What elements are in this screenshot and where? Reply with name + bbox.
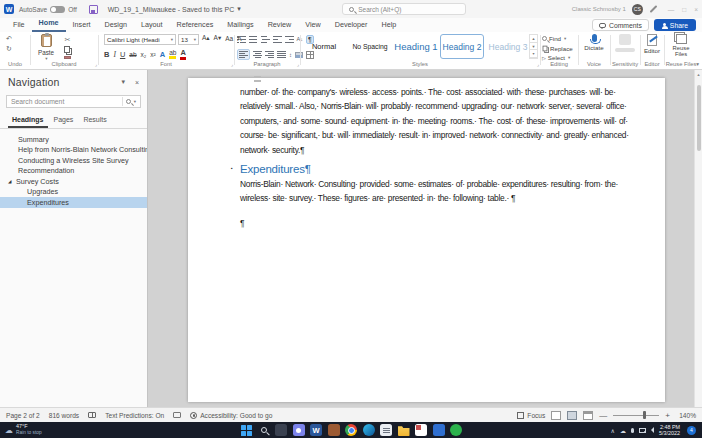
- document-page[interactable]: number· of· the· company's· wireless· ac…: [188, 78, 665, 402]
- autosave-switch-icon[interactable]: [50, 6, 65, 13]
- hide-whitespace-icon[interactable]: [254, 76, 261, 82]
- taskbar-chrome[interactable]: [345, 424, 357, 436]
- tab-home[interactable]: Home: [32, 16, 66, 32]
- taskbar-app-brown[interactable]: [328, 424, 340, 436]
- select-button[interactable]: ▷Select▾: [542, 54, 573, 61]
- styles-dialog-launcher[interactable]: ⌟: [537, 61, 539, 67]
- document-line[interactable]: network· security.¶: [240, 143, 612, 157]
- style-heading-2-selected[interactable]: Heading 2: [440, 34, 484, 59]
- draw-pen-icon[interactable]: [649, 5, 657, 13]
- justify-button[interactable]: [277, 51, 286, 58]
- volume-icon[interactable]: [651, 427, 654, 433]
- close-button[interactable]: ×: [694, 6, 698, 13]
- word-count[interactable]: 816 words: [49, 412, 79, 419]
- styles-scroll-up[interactable]: ▲: [530, 35, 537, 43]
- subscript-button[interactable]: x₂: [141, 51, 147, 58]
- zoom-level[interactable]: 140%: [676, 412, 696, 419]
- paragraph-dialog-launcher[interactable]: ⌟: [297, 61, 299, 67]
- microphone-tray-icon[interactable]: [631, 428, 634, 433]
- zoom-in-button[interactable]: +: [665, 411, 670, 420]
- web-layout-button[interactable]: [583, 411, 593, 420]
- undo-button[interactable]: ↶: [6, 35, 12, 42]
- save-icon[interactable]: [89, 5, 98, 14]
- document-title[interactable]: WD_19_1_Milwaukee - Saved to this PC ▾: [108, 5, 241, 13]
- zoom-slider-thumb[interactable]: [643, 411, 646, 419]
- weather-widget[interactable]: ☁ 47°F Rain to stop: [0, 424, 120, 435]
- nav-item-expenditures[interactable]: Expenditures: [0, 197, 147, 208]
- nav-tab-headings[interactable]: Headings: [8, 114, 48, 128]
- format-painter-button[interactable]: [64, 56, 71, 59]
- share-button[interactable]: Share: [654, 19, 696, 31]
- taskbar-teams[interactable]: [293, 424, 305, 436]
- collapse-ribbon-icon[interactable]: ▾: [696, 61, 699, 67]
- navigation-close-icon[interactable]: ×: [135, 79, 139, 86]
- document-line[interactable]: wireless· site· survey.· These· figures·…: [240, 191, 612, 205]
- find-button[interactable]: Find▾: [542, 35, 573, 42]
- keyboard-icon[interactable]: [173, 412, 181, 418]
- maximize-button[interactable]: □: [682, 6, 686, 13]
- minimize-button[interactable]: —: [668, 6, 675, 13]
- proofing-icon[interactable]: [88, 412, 96, 418]
- tab-layout[interactable]: Layout: [134, 18, 170, 32]
- bullets-button[interactable]: [237, 36, 246, 43]
- taskbar-notes-app[interactable]: [380, 424, 392, 436]
- comments-button[interactable]: Comments: [592, 19, 649, 31]
- tab-file[interactable]: File: [6, 18, 32, 32]
- superscript-button[interactable]: x²: [150, 51, 155, 58]
- tab-references[interactable]: References: [170, 18, 221, 32]
- taskbar-app-red[interactable]: [415, 424, 427, 436]
- read-mode-button[interactable]: [551, 411, 561, 420]
- styles-more-button[interactable]: ▾: [530, 50, 537, 58]
- nav-item-conducting[interactable]: Conducting a Wireless Site Survey: [0, 155, 147, 166]
- redo-button[interactable]: ↻: [6, 45, 12, 52]
- style-no-spacing[interactable]: No Spacing: [348, 34, 392, 59]
- focus-button[interactable]: Focus: [517, 412, 545, 419]
- paste-button[interactable]: Paste ▾: [34, 34, 58, 62]
- titlebar-search-box[interactable]: Search (Alt+Q): [342, 3, 466, 15]
- style-heading-1[interactable]: Heading 1: [394, 34, 438, 59]
- align-center-button[interactable]: [253, 51, 262, 58]
- editor-button[interactable]: Editor: [640, 34, 664, 54]
- font-dialog-launcher[interactable]: ⌟: [231, 61, 233, 67]
- nav-item-survey-costs[interactable]: ◢ Survey Costs: [0, 176, 147, 187]
- numbering-button[interactable]: [249, 36, 258, 43]
- increase-indent-button[interactable]: [285, 36, 294, 43]
- tab-developer[interactable]: Developer: [328, 18, 375, 32]
- avatar[interactable]: CS: [632, 4, 643, 15]
- line-spacing-button[interactable]: ↕: [289, 52, 292, 58]
- multilevel-list-button[interactable]: [261, 36, 270, 43]
- nav-item-upgrades[interactable]: Upgrades: [0, 187, 147, 198]
- align-left-button[interactable]: [237, 49, 250, 60]
- underline-button[interactable]: U: [120, 50, 125, 59]
- text-predictions[interactable]: Text Predictions: On: [105, 412, 164, 419]
- font-size-combo[interactable]: 13 ▾: [178, 34, 199, 45]
- clock[interactable]: 2:48 PM 5/3/2022: [659, 424, 680, 436]
- notification-badge[interactable]: 4: [687, 426, 696, 435]
- document-line[interactable]: Norris-Blain· Network· Consulting· provi…: [240, 177, 612, 191]
- style-normal[interactable]: Normal: [302, 34, 346, 59]
- display-tray-icon[interactable]: [639, 428, 646, 433]
- tab-help[interactable]: Help: [374, 18, 403, 32]
- document-line[interactable]: course· be· significant,· but· will· imm…: [240, 128, 612, 142]
- taskbar-app-dark[interactable]: [275, 424, 287, 436]
- print-layout-button[interactable]: [567, 411, 577, 420]
- clipboard-dialog-launcher[interactable]: ⌟: [95, 61, 97, 67]
- navigation-search-input[interactable]: Search document ▾: [6, 95, 141, 108]
- text-effects-button[interactable]: A: [160, 50, 165, 59]
- taskbar-file-explorer[interactable]: [398, 424, 410, 436]
- empty-paragraph-mark[interactable]: ¶: [240, 218, 612, 228]
- font-color-button[interactable]: A: [180, 48, 185, 60]
- vertical-scrollbar[interactable]: ▲: [694, 70, 702, 407]
- tray-caret-icon[interactable]: ∧: [611, 427, 615, 434]
- page-indicator[interactable]: Page 2 of 2: [6, 412, 40, 419]
- autosave-toggle[interactable]: AutoSave Off: [19, 6, 77, 13]
- taskbar-edge[interactable]: [363, 424, 375, 436]
- grow-font-button[interactable]: A▴: [202, 34, 210, 42]
- start-button[interactable]: [240, 424, 252, 436]
- nav-item-recommendation[interactable]: Recommendation: [0, 166, 147, 177]
- font-name-combo[interactable]: Calibri Light (Headi ▾: [104, 34, 176, 45]
- bold-button[interactable]: B: [104, 50, 109, 59]
- nav-item-summary[interactable]: Summary: [0, 134, 147, 145]
- taskbar-app-green[interactable]: [450, 424, 462, 436]
- document-line[interactable]: relatively· small.· Also,· Norris-Blain·…: [240, 99, 612, 113]
